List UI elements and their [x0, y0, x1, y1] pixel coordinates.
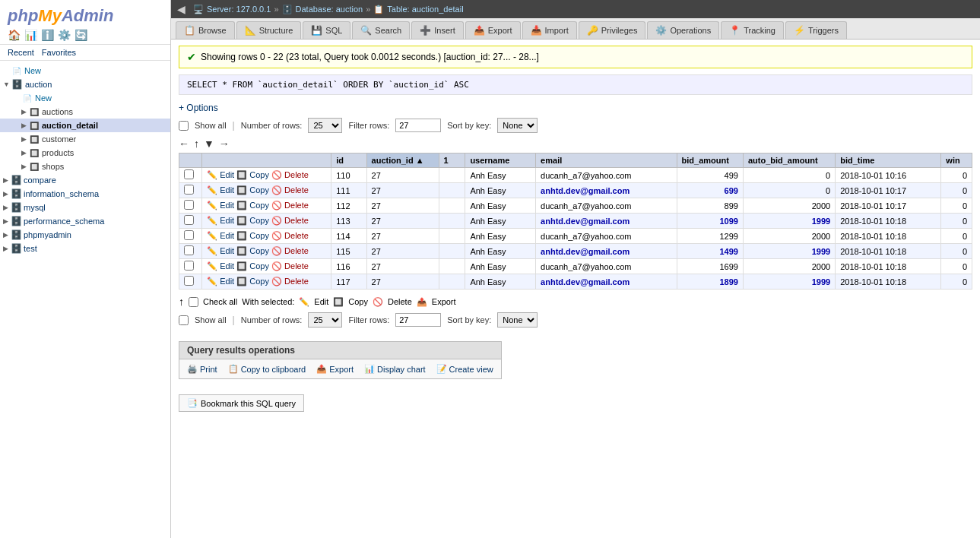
row-delete-link-0[interactable]: Delete [284, 170, 309, 179]
filter-rows-input-top[interactable] [395, 119, 441, 132]
qro-export-link[interactable]: 📤 Export [316, 364, 354, 374]
bookmark-box[interactable]: 📑 Bookmark this SQL query [179, 394, 304, 412]
sort-by-key-select-top[interactable]: None [497, 118, 538, 133]
show-all-checkbox-bot[interactable] [179, 315, 189, 325]
phpmyadmin-expand[interactable]: ▶ [3, 231, 8, 239]
row-checkbox-6[interactable] [184, 261, 194, 271]
tree-item-auction-detail[interactable]: ▶ 🔲 auction_detail [0, 119, 170, 132]
back-button[interactable]: ◀ [177, 3, 186, 15]
row-checkbox-0[interactable] [184, 169, 194, 179]
row-copy-link-1[interactable]: Copy [249, 185, 269, 195]
nav-arrow-up[interactable]: ↑ [194, 138, 199, 150]
row-checkbox-5[interactable] [184, 245, 194, 255]
th-auto-bid[interactable]: auto_bid_amount [743, 153, 835, 168]
tab-browse[interactable]: 📋 Browse [176, 21, 235, 39]
tab-export[interactable]: 📤 Export [465, 21, 521, 39]
perf-schema-expand[interactable]: ▶ [3, 217, 8, 225]
tree-item-auctions[interactable]: ▶ 🔲 auctions [0, 105, 170, 119]
row-copy-link-3[interactable]: Copy [249, 216, 269, 225]
row-edit-link-3[interactable]: Edit [220, 216, 234, 225]
row-checkbox-2[interactable] [184, 200, 194, 210]
with-selected-export[interactable]: Export [432, 297, 456, 306]
compare-expand[interactable]: ▶ [3, 176, 8, 184]
with-selected-delete[interactable]: Delete [388, 297, 412, 306]
row-edit-link-6[interactable]: Edit [220, 261, 234, 271]
row-edit-link-1[interactable]: Edit [220, 185, 234, 195]
qro-create-view-link[interactable]: 📝 Create view [436, 364, 493, 374]
tab-import[interactable]: 📥 Import [522, 21, 577, 39]
row-checkbox-1[interactable] [184, 185, 194, 195]
row-delete-link-7[interactable]: Delete [284, 277, 309, 286]
tree-item-auction[interactable]: ▼ 🗄️ auction [0, 78, 170, 91]
settings-icon[interactable]: ⚙️ [58, 29, 71, 41]
row-copy-link-0[interactable]: Copy [249, 170, 269, 179]
tree-item-perf-schema[interactable]: ▶ 🗄️ performance_schema [0, 214, 170, 228]
th-bid-time[interactable]: bid_time [836, 153, 941, 168]
row-copy-link-7[interactable]: Copy [249, 277, 269, 286]
tree-item-test[interactable]: ▶ 🗄️ test [0, 242, 170, 255]
row-copy-link-6[interactable]: Copy [249, 261, 269, 271]
th-win[interactable]: win [941, 153, 972, 168]
refresh-icon[interactable]: 🔄 [75, 29, 87, 41]
tab-sql[interactable]: 💾 SQL [303, 21, 350, 39]
auction-expand-icon[interactable]: ▼ [3, 81, 10, 88]
nav-arrow-left[interactable]: ← [179, 138, 189, 150]
auctions-expand[interactable]: ▶ [21, 108, 27, 116]
th-id[interactable]: id [331, 153, 366, 168]
tab-structure[interactable]: 📐 Structure [236, 21, 302, 39]
th-email[interactable]: email [536, 153, 677, 168]
sort-by-key-select-bot[interactable]: None [497, 312, 538, 328]
row-delete-link-5[interactable]: Delete [284, 246, 309, 255]
qro-print-link[interactable]: 🖨️ Print [187, 364, 217, 374]
th-username[interactable]: username [465, 153, 536, 168]
recent-link[interactable]: Recent [8, 48, 34, 57]
favorites-link[interactable]: Favorites [42, 48, 76, 57]
nav-arrow-right[interactable]: → [219, 138, 230, 150]
mysql-expand[interactable]: ▶ [3, 204, 8, 211]
row-delete-link-6[interactable]: Delete [284, 261, 309, 271]
th-auction-id[interactable]: auction_id ▲ [366, 153, 439, 168]
row-delete-link-3[interactable]: Delete [284, 216, 309, 225]
home-icon[interactable]: 🏠 [8, 29, 21, 41]
info-schema-expand[interactable]: ▶ [3, 190, 8, 198]
row-edit-link-5[interactable]: Edit [220, 246, 234, 255]
row-delete-link-1[interactable]: Delete [284, 185, 309, 195]
qro-display-chart-link[interactable]: 📊 Display chart [364, 364, 426, 374]
pma-logo[interactable]: phpMyAdmin [8, 6, 163, 26]
tree-item-shops[interactable]: ▶ 🔲 shops [0, 160, 170, 173]
tab-triggers[interactable]: ⚡ Triggers [785, 21, 847, 39]
tree-item-customer[interactable]: ▶ 🔲 customer [0, 132, 170, 146]
row-copy-link-5[interactable]: Copy [249, 246, 269, 255]
stats-icon[interactable]: 📊 [24, 29, 37, 41]
row-checkbox-4[interactable] [184, 230, 194, 240]
row-edit-link-2[interactable]: Edit [220, 201, 234, 210]
row-checkbox-3[interactable] [184, 215, 194, 225]
with-selected-copy[interactable]: Copy [348, 297, 368, 306]
shops-expand[interactable]: ▶ [21, 163, 27, 170]
check-all-label[interactable]: Check all [203, 297, 237, 306]
tree-item-new-top[interactable]: 📄 New [0, 64, 170, 78]
products-expand[interactable]: ▶ [21, 149, 27, 157]
show-all-checkbox-top[interactable] [179, 121, 189, 131]
tab-tracking[interactable]: 📍 Tracking [721, 21, 784, 39]
tab-operations[interactable]: ⚙️ Operations [647, 21, 719, 39]
tab-privileges[interactable]: 🔑 Privileges [579, 21, 646, 39]
num-rows-select-bot[interactable]: 2550100250 [308, 312, 342, 328]
tab-insert[interactable]: ➕ Insert [411, 21, 464, 39]
row-edit-link-0[interactable]: Edit [220, 170, 234, 179]
info-icon[interactable]: ℹ️ [41, 29, 54, 41]
tree-item-compare[interactable]: ▶ 🗄️ compare [0, 173, 170, 187]
check-all-checkbox[interactable] [189, 297, 198, 307]
tree-item-info-schema[interactable]: ▶ 🗄️ information_schema [0, 187, 170, 201]
row-copy-link-2[interactable]: Copy [249, 201, 269, 210]
tree-item-mysql[interactable]: ▶ 🗄️ mysql [0, 201, 170, 214]
row-edit-link-7[interactable]: Edit [220, 277, 234, 286]
test-expand[interactable]: ▶ [3, 245, 8, 252]
breadcrumb-table[interactable]: Table: auction_detail [387, 5, 463, 14]
options-link[interactable]: + Options [179, 103, 218, 113]
row-copy-link-4[interactable]: Copy [249, 231, 269, 240]
qro-copy-clipboard-link[interactable]: 📋 Copy to clipboard [228, 364, 306, 374]
with-selected-edit[interactable]: Edit [314, 297, 328, 306]
breadcrumb-server[interactable]: Server: 127.0.0.1 [207, 5, 271, 14]
customer-expand[interactable]: ▶ [21, 135, 27, 143]
